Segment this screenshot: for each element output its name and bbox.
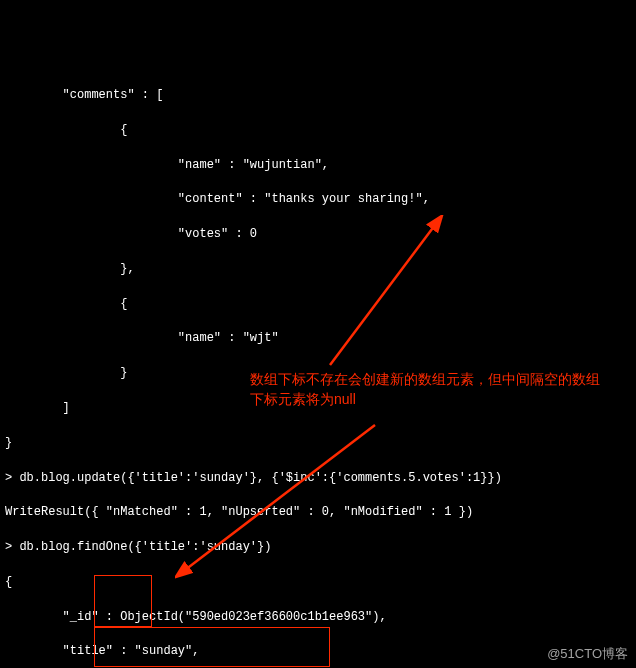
code-line: "content" : "thanks your sharing!", xyxy=(5,191,636,208)
highlight-box-votes xyxy=(94,627,330,667)
code-line: }, xyxy=(5,261,636,278)
code-line: } xyxy=(5,435,636,452)
annotation-line-2: 下标元素将为null xyxy=(250,391,356,407)
code-line: "votes" : 0 xyxy=(5,226,636,243)
annotation-line-1: 数组下标不存在会创建新的数组元素，但中间隔空的数组 xyxy=(250,371,600,387)
prompt-line[interactable]: > db.blog.findOne({'title':'sunday'}) xyxy=(5,539,636,556)
code-line: "comments" : [ xyxy=(5,87,636,104)
code-line: "name" : "wujuntian", xyxy=(5,157,636,174)
code-line: "name" : "wjt" xyxy=(5,330,636,347)
highlight-box-nulls xyxy=(94,575,152,627)
prompt-line[interactable]: > db.blog.update({'title':'sunday'}, {'$… xyxy=(5,470,636,487)
code-line: { xyxy=(5,122,636,139)
result-line: WriteResult({ "nMatched" : 1, "nUpserted… xyxy=(5,504,636,521)
code-line: { xyxy=(5,296,636,313)
annotation-text: 数组下标不存在会创建新的数组元素，但中间隔空的数组 下标元素将为null xyxy=(250,370,630,409)
watermark: @51CTO博客 xyxy=(547,645,628,664)
